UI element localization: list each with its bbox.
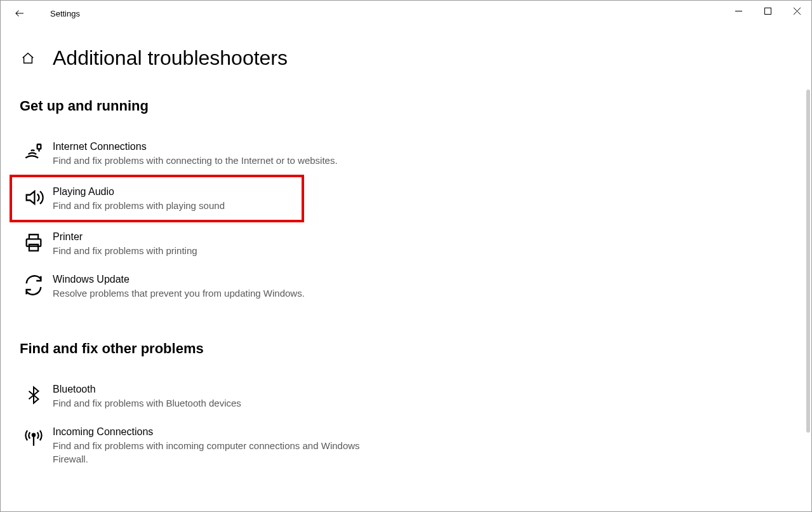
item-title: Incoming Connections bbox=[53, 426, 370, 438]
scrollbar[interactable] bbox=[806, 90, 810, 433]
running-items: Internet Connections Find and fix proble… bbox=[20, 132, 375, 307]
home-icon[interactable] bbox=[20, 50, 36, 67]
antenna-icon bbox=[21, 425, 46, 450]
item-desc: Find and fix problems with playing sound bbox=[53, 199, 296, 212]
internet-icon bbox=[21, 140, 46, 165]
other-items: Bluetooth Find and fix problems with Blu… bbox=[20, 375, 375, 473]
item-desc: Find and fix problems with printing bbox=[53, 244, 370, 257]
item-playing-audio[interactable]: Playing Audio Find and fix problems with… bbox=[10, 175, 304, 222]
svg-rect-7 bbox=[29, 245, 38, 251]
item-text: Incoming Connections Find and fix proble… bbox=[53, 425, 370, 466]
item-desc: Find and fix problems with incoming comp… bbox=[53, 439, 370, 466]
item-text: Internet Connections Find and fix proble… bbox=[53, 140, 370, 167]
item-bluetooth[interactable]: Bluetooth Find and fix problems with Blu… bbox=[20, 375, 375, 417]
item-text: Playing Audio Find and fix problems with… bbox=[53, 185, 296, 212]
printer-icon bbox=[21, 230, 46, 255]
item-title: Printer bbox=[53, 231, 370, 243]
back-button[interactable] bbox=[12, 6, 27, 21]
speaker-icon bbox=[21, 185, 46, 210]
item-desc: Find and fix problems with Bluetooth dev… bbox=[53, 396, 370, 410]
page-header: Additional troubleshooters bbox=[20, 46, 786, 70]
update-icon bbox=[21, 273, 46, 298]
section-title-other: Find and fix other problems bbox=[20, 340, 786, 357]
item-text: Bluetooth Find and fix problems with Blu… bbox=[53, 382, 370, 410]
svg-rect-1 bbox=[764, 8, 771, 14]
item-text: Printer Find and fix problems with print… bbox=[53, 230, 370, 257]
svg-rect-4 bbox=[37, 144, 41, 149]
bluetooth-icon bbox=[21, 382, 46, 408]
page-title: Additional troubleshooters bbox=[53, 46, 288, 70]
item-internet-connections[interactable]: Internet Connections Find and fix proble… bbox=[20, 132, 375, 175]
item-incoming-connections[interactable]: Incoming Connections Find and fix proble… bbox=[20, 417, 375, 473]
item-text: Windows Update Resolve problems that pre… bbox=[53, 273, 370, 300]
window-controls bbox=[724, 1, 811, 21]
item-desc: Resolve problems that prevent you from u… bbox=[53, 286, 370, 300]
svg-point-9 bbox=[32, 434, 35, 436]
titlebar: Settings bbox=[1, 1, 811, 26]
close-button[interactable] bbox=[782, 1, 811, 21]
app-title: Settings bbox=[50, 9, 80, 18]
item-printer[interactable]: Printer Find and fix problems with print… bbox=[20, 222, 375, 265]
item-title: Playing Audio bbox=[53, 186, 296, 198]
item-desc: Find and fix problems with connecting to… bbox=[53, 154, 370, 167]
item-title: Bluetooth bbox=[53, 384, 370, 395]
item-windows-update[interactable]: Windows Update Resolve problems that pre… bbox=[20, 265, 375, 307]
maximize-button[interactable] bbox=[753, 1, 782, 21]
minimize-button[interactable] bbox=[724, 1, 753, 21]
item-title: Windows Update bbox=[53, 274, 370, 285]
content-area: Additional troubleshooters Get up and ru… bbox=[1, 26, 811, 473]
section-title-running: Get up and running bbox=[20, 98, 786, 114]
item-title: Internet Connections bbox=[53, 141, 370, 152]
